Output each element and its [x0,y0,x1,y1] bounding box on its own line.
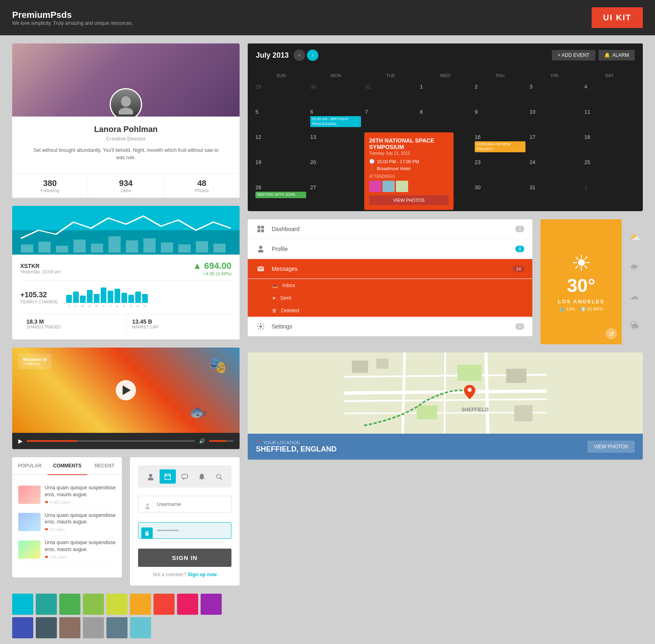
username-input[interactable] [138,496,231,512]
svg-rect-30 [261,226,264,229]
cal-cell[interactable]: 7 [363,107,417,132]
color-swatch[interactable] [12,617,33,638]
svg-point-1 [119,108,133,115]
brand-name: PremiumPsds [12,10,133,20]
view-photos-cal-button[interactable]: VIEW PHOTOS [369,195,449,205]
sign-up-link[interactable]: Sign up now [188,572,216,577]
cal-cell[interactable]: 13 [309,132,363,157]
tab-icon-person[interactable] [143,469,159,484]
submenu-inbox[interactable]: 📥 Inbox [248,279,532,292]
cal-cell[interactable]: 1 [583,183,637,207]
color-swatch[interactable] [59,617,80,638]
color-swatch[interactable] [36,594,57,615]
cal-cell[interactable]: 11 [583,107,637,132]
stock-yearly: +105.32 YEARLY CHANGE [20,285,231,310]
video-play-icon[interactable]: ▶ [18,438,23,444]
profile-bg [12,43,240,117]
nav-item-settings[interactable]: Settings 0 [248,317,532,336]
svg-point-0 [121,96,131,107]
header: PremiumPsds We love simplicity. Truly am… [0,0,655,35]
cal-cell[interactable]: 27 [309,183,363,207]
cal-cell[interactable]: 26 MEETING WITH JOHN [254,183,308,207]
svg-rect-22 [182,474,188,478]
cal-cell[interactable]: 8 [418,107,472,132]
volume-icon: 🔊 [199,438,205,444]
cal-cell[interactable]: 10 [528,107,582,132]
cal-cell[interactable]: 24 [528,158,582,182]
cal-cell[interactable]: 16 WORKING ON NEW PROJECT [473,132,527,157]
stat-photos: 48 Photos [164,174,240,198]
tab-recent[interactable]: RECENT [87,457,122,475]
cal-cell[interactable]: 2 [473,82,527,106]
weather-refresh-button[interactable]: ↺ [605,328,617,339]
color-swatch[interactable] [130,594,151,615]
calendar-title: July 2013 [256,51,289,60]
color-swatch[interactable] [130,617,151,638]
color-swatch[interactable] [106,594,128,615]
calendar-prev[interactable]: ‹ [294,50,305,61]
tab-popular[interactable]: POPULAR [12,457,48,475]
cal-cell[interactable]: 4 [583,82,637,106]
svg-point-26 [146,504,149,506]
cal-cell[interactable]: 5 [254,107,308,132]
tab-comments[interactable]: COMMENTS [48,457,87,475]
login-form: SIGN IN Not a member? Sign up now [130,457,240,586]
tab-icon-calendar[interactable] [160,469,176,484]
svg-point-17 [148,478,153,480]
weather-city: LOS ANGELES [558,298,605,305]
profile-card: Lanora Pohlman Creative Director Set wit… [12,43,240,198]
cal-cell[interactable]: 30 [309,82,363,106]
video-player: Museum of Childhood 🎭 🐟 ▶ 🔊 [12,348,240,449]
nav-item-messages[interactable]: Messages 14 [248,259,532,279]
play-button[interactable] [116,380,136,400]
sign-in-button[interactable]: SIGN IN [138,549,231,567]
cal-cell[interactable]: 1 [418,82,472,106]
color-swatch[interactable] [83,594,104,615]
cal-cell[interactable]: 31 [528,183,582,207]
video-progress-bar[interactable] [27,440,195,442]
nav-item-dashboard[interactable]: Dashboard 1 [248,219,532,239]
cal-cell[interactable]: 3 [528,82,582,106]
color-swatch[interactable] [201,594,222,615]
alarm-button[interactable]: 🔔 ALARM [599,50,635,61]
cal-cell[interactable]: 29 [254,82,308,106]
cal-cell[interactable]: 12 [254,132,308,157]
svg-rect-28 [145,533,149,536]
tab-icon-bell[interactable] [194,469,210,484]
cal-cell[interactable]: 9 [473,107,527,132]
cal-cell[interactable]: 25 [583,158,637,182]
color-swatch[interactable] [153,594,175,615]
color-swatch[interactable] [177,594,198,615]
cal-cell[interactable]: 19 [254,158,308,182]
color-swatch[interactable] [36,617,57,638]
color-swatch[interactable] [106,617,128,638]
submenu-deleted[interactable]: 🗑 Deleted [248,304,532,317]
calendar-next[interactable]: › [307,50,318,61]
tab-icon-search[interactable] [211,469,227,484]
cal-cell[interactable]: 17 [528,132,582,157]
view-photos-map-button[interactable]: VIEW PHOTOS [588,441,635,453]
svg-rect-7 [73,240,86,253]
map-footer: 📍 YOUR LOCATION SHEFFIELD, ENGLAND VIEW … [248,434,643,460]
cal-cell-15[interactable]: 15 26TH NATIONAL SPACE SYMPOSIUM Tuesday… [418,132,472,157]
color-swatch[interactable] [83,617,104,638]
tab-icon-chat[interactable] [177,469,193,484]
svg-rect-18 [165,474,171,480]
cal-cell[interactable]: 6 03:00 AM - BIRTHDAY PROCESSING... [309,107,363,132]
submenu-sent[interactable]: ➤ Sent [248,292,532,304]
cal-cell[interactable]: 18 [583,132,637,157]
color-swatch[interactable] [59,594,80,615]
svg-rect-11 [143,238,156,253]
svg-point-24 [216,474,220,478]
add-event-button[interactable]: + ADD EVENT [552,50,595,61]
svg-point-27 [145,507,150,510]
cal-cell[interactable]: 31 [363,82,417,106]
nav-item-profile[interactable]: Profile 8 [248,239,532,259]
cal-cell[interactable]: 23 [473,158,527,182]
cal-cell[interactable]: 20 [309,158,363,182]
color-swatch[interactable] [12,594,33,615]
stock-card: XSTKR Yesterday, 15:04 pm ▲ 694.00 +4.95… [12,206,240,339]
volume-bar[interactable] [209,440,233,442]
form-tab-icons [138,465,231,488]
cal-cell[interactable]: 30 [473,183,527,207]
